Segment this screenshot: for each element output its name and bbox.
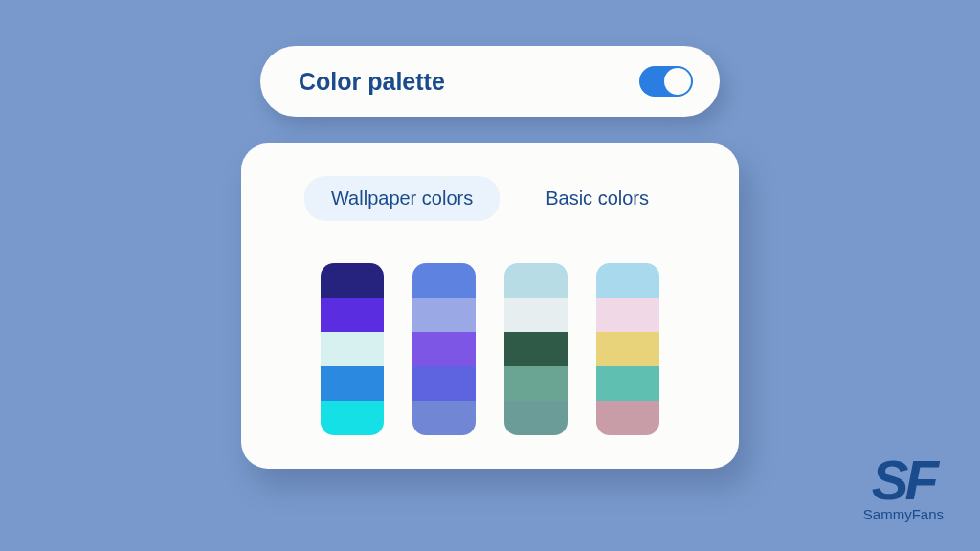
toggle-knob [664, 68, 691, 95]
header-pill: Color palette [260, 46, 720, 117]
color-band [504, 366, 568, 401]
color-palette-toggle[interactable] [639, 66, 693, 97]
palette-swatch-2[interactable] [412, 263, 476, 435]
color-band [504, 401, 568, 435]
color-band [596, 401, 659, 435]
color-band [596, 366, 659, 401]
color-band [412, 263, 476, 298]
color-band [412, 366, 476, 401]
color-band [596, 298, 659, 332]
color-band [596, 263, 659, 298]
color-band [412, 298, 476, 332]
tab-wallpaper-colors[interactable]: Wallpaper colors [304, 176, 500, 221]
color-band [504, 263, 568, 298]
color-band [321, 298, 384, 332]
color-band [321, 401, 384, 435]
tabs: Wallpaper colors Basic colors [279, 176, 701, 221]
color-band [504, 332, 568, 366]
color-band [321, 263, 384, 298]
palette-swatch-4[interactable] [596, 263, 659, 435]
palette-swatch-3[interactable] [504, 263, 568, 435]
watermark-text: SammyFans [863, 506, 944, 522]
color-band [412, 332, 476, 366]
color-band [321, 366, 384, 401]
watermark: SF SammyFans [863, 452, 944, 522]
palette-swatch-1[interactable] [321, 263, 384, 435]
color-band [412, 401, 476, 435]
palette-card: Wallpaper colors Basic colors [241, 143, 739, 469]
color-band [596, 332, 659, 366]
watermark-logo: SF [872, 452, 935, 508]
tab-basic-colors[interactable]: Basic colors [519, 176, 676, 221]
color-band [504, 298, 568, 332]
color-band [321, 332, 384, 366]
swatches-row [279, 263, 701, 435]
header-title: Color palette [299, 68, 445, 96]
